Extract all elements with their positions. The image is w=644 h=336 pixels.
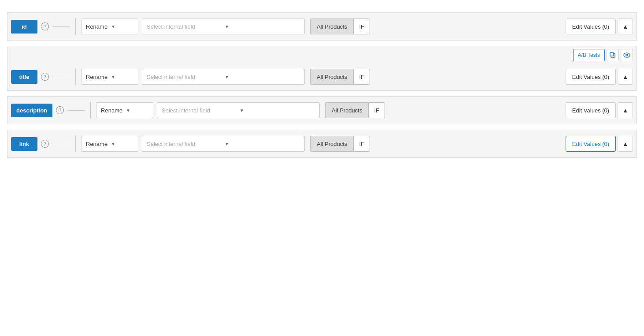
collapse-button-id[interactable]: ▲ (618, 19, 633, 34)
field-label-title: title (11, 70, 37, 84)
field-row-title: title?Rename▼Select internal field▼All P… (7, 63, 637, 90)
field-row-wrapper-title: A/B Teststitle?Rename▼Select internal fi… (7, 46, 637, 91)
divider-description (90, 102, 91, 119)
rename-select-title[interactable]: Rename▼ (81, 69, 138, 85)
field-toolbar-title: A/B Tests (7, 46, 637, 63)
internal-field-select-id[interactable]: Select internal field▼ (142, 19, 305, 34)
all-products-group-link: All ProductsIF (310, 136, 370, 152)
rename-select-id[interactable]: Rename▼ (81, 19, 138, 34)
fields-container: id?Rename▼Select internal field▼All Prod… (7, 12, 637, 158)
internal-field-arrow-description: ▼ (240, 108, 315, 113)
rename-label-description: Rename (101, 107, 123, 114)
internal-field-arrow-title: ▼ (225, 75, 300, 79)
all-products-group-id: All ProductsIF (310, 19, 370, 34)
internal-field-placeholder-link: Select internal field (147, 141, 222, 147)
internal-field-placeholder-description: Select internal field (162, 107, 237, 114)
collapse-button-description[interactable]: ▲ (618, 102, 633, 118)
internal-field-select-link[interactable]: Select internal field▼ (142, 136, 305, 152)
copy-icon-title[interactable] (607, 49, 619, 61)
all-products-button-description[interactable]: All Products (325, 102, 368, 118)
all-products-group-description: All ProductsIF (325, 102, 385, 118)
help-icon-link[interactable]: ? (41, 140, 49, 148)
all-products-button-id[interactable]: All Products (310, 19, 353, 34)
rename-arrow-id: ▼ (111, 24, 133, 29)
divider-link (75, 135, 76, 152)
edit-values-button-id[interactable]: Edit Values (0) (566, 19, 616, 34)
rename-label-id: Rename (86, 23, 108, 30)
svg-rect-1 (610, 52, 614, 56)
divider-title (75, 68, 76, 85)
all-products-button-title[interactable]: All Products (310, 69, 353, 85)
field-row-id: id?Rename▼Select internal field▼All Prod… (7, 13, 637, 40)
help-icon-id[interactable]: ? (41, 22, 49, 30)
edit-values-button-description[interactable]: Edit Values (0) (566, 102, 616, 118)
rename-label-title: Rename (86, 74, 108, 80)
field-row-link: link?Rename▼Select internal field▼All Pr… (7, 130, 637, 157)
rename-arrow-title: ▼ (111, 75, 133, 79)
help-icon-title[interactable]: ? (41, 73, 49, 81)
rename-select-description[interactable]: Rename▼ (96, 102, 153, 118)
field-label-description: description (11, 104, 52, 117)
if-button-title[interactable]: IF (353, 69, 370, 85)
field-label-id: id (11, 20, 37, 34)
collapse-button-title[interactable]: ▲ (618, 69, 633, 85)
connector-line-title (52, 77, 70, 77)
rename-arrow-description: ▼ (126, 108, 148, 113)
internal-field-select-description[interactable]: Select internal field▼ (157, 102, 320, 118)
rename-select-link[interactable]: Rename▼ (81, 136, 138, 152)
if-button-description[interactable]: IF (368, 102, 385, 118)
all-products-group-title: All ProductsIF (310, 69, 370, 85)
help-icon-description[interactable]: ? (56, 106, 64, 114)
svg-point-2 (624, 53, 630, 57)
internal-field-select-title[interactable]: Select internal field▼ (142, 69, 305, 85)
field-row-description: description?Rename▼Select internal field… (7, 97, 637, 124)
ab-tests-button-title[interactable]: A/B Tests (573, 49, 605, 61)
internal-field-placeholder-title: Select internal field (147, 74, 222, 80)
rename-arrow-link: ▼ (111, 142, 133, 146)
connector-line-description (67, 110, 85, 111)
svg-point-3 (626, 54, 628, 56)
internal-field-arrow-link: ▼ (225, 142, 300, 146)
field-row-wrapper-id: id?Rename▼Select internal field▼All Prod… (7, 12, 637, 41)
internal-field-arrow-id: ▼ (225, 24, 300, 29)
connector-line-id (52, 26, 70, 27)
all-products-button-link[interactable]: All Products (310, 136, 353, 152)
edit-values-button-link[interactable]: Edit Values (0) (566, 136, 616, 152)
field-row-wrapper-description: description?Rename▼Select internal field… (7, 96, 637, 124)
edit-values-button-title[interactable]: Edit Values (0) (566, 69, 616, 85)
if-button-link[interactable]: IF (353, 136, 370, 152)
rename-label-link: Rename (86, 141, 108, 147)
eye-icon-title[interactable] (621, 49, 633, 61)
field-row-wrapper-link: link?Rename▼Select internal field▼All Pr… (7, 130, 637, 158)
page-container: id?Rename▼Select internal field▼All Prod… (0, 0, 644, 158)
internal-field-placeholder-id: Select internal field (147, 23, 222, 30)
if-button-id[interactable]: IF (353, 19, 370, 34)
collapse-button-link[interactable]: ▲ (618, 136, 633, 152)
connector-line-link (52, 144, 70, 144)
divider-id (75, 18, 76, 35)
field-label-link: link (11, 137, 37, 151)
